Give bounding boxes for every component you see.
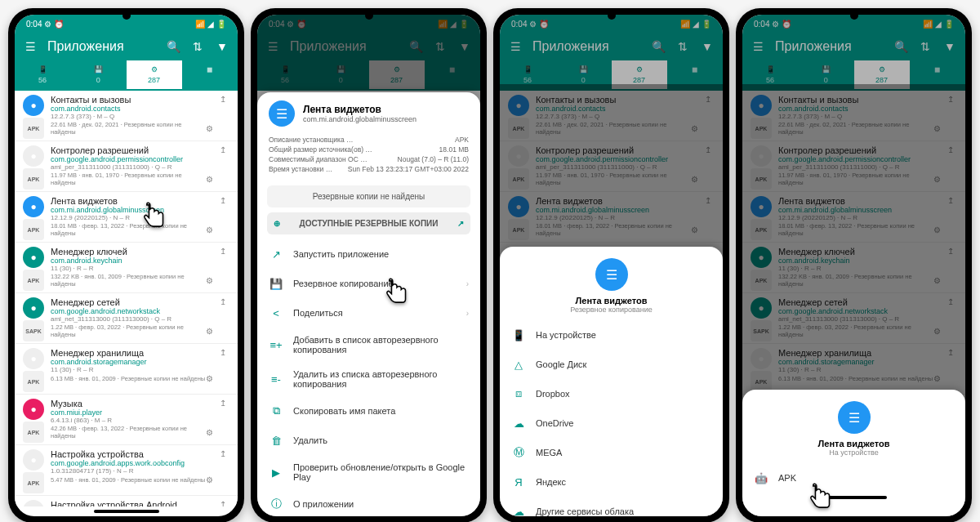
upload-icon[interactable]: ↥ [220,297,229,307]
phone-4: 0:04 ⚙ ⏰📶 ◢ 🔋 ☰ Приложения 🔍⇅▼ 📱56 💾0 ⚙2… [736,8,972,522]
app-version: 12.2.7.3 (373) · M – Q [51,113,213,120]
item-icon: ↗ [269,247,283,261]
appbar-title: Приложения [47,39,156,54]
app-version: aml_per_311311000 (311311000) · Q – R [51,163,213,171]
menu-icon[interactable]: ☰ [23,39,38,54]
gear-icon[interactable]: ⚙ [206,225,213,234]
sheet-menu-item[interactable]: ☁ OneDrive [500,408,723,438]
app-row[interactable]: ● APK Музыка com.miui.player 6.4.13.i (8… [15,395,238,445]
sheet-menu-item[interactable]: ≡- Удалить из списка авторезервного копи… [257,362,480,396]
sheet-menu-item[interactable]: ⧉ Скопировать имя пакета [257,396,480,426]
app-list[interactable]: ● APK Контакты и вызовы com.android.cont… [15,91,238,506]
gear-icon[interactable]: ⚙ [206,327,213,336]
sheet-menu-item[interactable]: 🤖 APK [742,463,965,493]
upload-icon[interactable]: ↥ [220,399,229,408]
gear-icon: ⚙ [149,65,159,75]
sheet-menu-item[interactable]: Я Яндекс [500,467,723,497]
info-key: Описание установщика … [269,136,354,144]
destination-menu: 📱 На устройстве △ Google Диск ⧈ Dropbox … [500,320,723,516]
upload-icon[interactable]: ↥ [220,348,229,358]
item-icon: ⧈ [511,386,526,401]
sheet-menu-item[interactable]: 🗑 Удалить [257,426,480,455]
item-label: OneDrive [536,418,711,428]
tab-device[interactable]: 📱56 [15,60,70,91]
navbar[interactable] [94,510,159,513]
search-icon[interactable]: 🔍 [166,39,180,54]
item-label: Резервное копирование [293,279,457,288]
sheet-pkg: com.mi.android.globalminusscreen [303,115,416,123]
tab-stop[interactable]: ◼ [182,60,238,91]
gear-icon[interactable]: ⚙ [206,374,213,383]
backup-dest-sheet: ☰ Лента виджетов Резервное копирование 📱… [500,247,723,516]
sheet-menu-item[interactable]: ≡+ Добавить в список авторезервного копи… [257,328,480,362]
sheet-menu-item[interactable]: < Поделиться › [257,298,480,328]
item-label: Запустить приложение [293,249,469,259]
sheet-menu-item[interactable]: ▶ Проверить обновление/открыть в Google … [257,455,480,489]
chevron-right-icon: › [466,309,469,318]
app-row[interactable]: ● APK Контролер разрешений com.google.an… [15,141,238,192]
device-icon: 📱 [38,65,47,75]
upload-icon[interactable]: ↥ [220,247,229,257]
sheet-menu-item[interactable]: Ⓜ MEGA [500,438,723,467]
gear-icon[interactable]: ⚙ [206,276,213,285]
sheet-menu-item[interactable]: △ Google Диск [500,350,723,379]
app-icon: ☰ [838,401,871,434]
appbar: 0:04 ⚙ ⏰📶 ◢ 🔋 ☰ Приложения 🔍⇅▼ 📱56 💾0 ⚙2… [500,15,723,91]
app-row[interactable]: ● SAPK Менеджер сетей com.google.android… [15,293,238,344]
gear-icon[interactable]: ⚙ [206,175,213,184]
menu-icon[interactable]: ☰ [508,39,523,54]
item-icon: 🗑 [269,433,283,448]
info-key: Общий размер источника(ов) … [269,145,372,154]
app-package: com.mi.android.globalminusscreen [51,206,213,214]
app-icon: ● [23,348,44,369]
apk-badge: APK [23,270,44,291]
tab-sd[interactable]: 💾0 [70,60,126,91]
gear-icon[interactable]: ⚙ [206,428,213,437]
upload-icon[interactable]: ↥ [220,196,229,206]
filter-icon[interactable]: ▼ [215,39,229,54]
sheet-menu-item[interactable]: ⓘ О приложении [257,489,480,516]
device-format-sheet: ☰ Лента виджетов На устройстве 🤖 APK [742,390,965,516]
available-backups-section[interactable]: ⊕ ДОСТУПНЫЕ РЕЗЕРВНЫЕ КОПИИ ↗ [267,212,470,234]
item-icon: Я [511,475,526,489]
sheet-subtitle: На устройстве [751,448,957,457]
menu-icon[interactable]: ☰ [751,39,765,54]
sort-icon[interactable]: ⇅ [190,39,205,54]
app-name: Настройка устройства [51,449,213,459]
item-label: Удалить из списка авторезервного копиров… [293,369,469,389]
upload-icon[interactable]: ↥ [220,95,229,105]
gear-icon[interactable]: ⚙ [206,475,213,484]
app-name: Менеджер сетей [51,297,213,307]
app-name: Менеджер ключей [51,247,213,257]
app-row[interactable]: ● APK Менеджер ключей com.android.keycha… [15,243,238,293]
sheet-menu-item[interactable]: ⧈ Dropbox [500,379,723,408]
app-icon: ● [23,399,44,420]
apk-badge: APK [23,422,44,443]
upload-icon[interactable]: ↥ [220,449,229,459]
app-icon: ● [23,247,44,268]
app-version: 1.0.312804717 (175) · N – R [51,467,213,475]
gear-icon[interactable]: ⚙ [206,124,213,133]
phone-3: 0:04 ⚙ ⏰📶 ◢ 🔋 ☰ Приложения 🔍⇅▼ 📱56 💾0 ⚙2… [493,8,729,522]
upload-icon[interactable]: ↥ [220,500,229,506]
app-row[interactable]: ● APK Настройка устройства Android com.g… [15,496,238,506]
status-time: 0:04 [26,20,42,29]
app-meta: 5.47 MB · янв. 01, 2009 · Резервные копи… [51,476,205,484]
app-row[interactable]: ● APK Настройка устройства com.google.an… [15,445,238,496]
app-row[interactable]: ● APK Менеджер хранилища com.android.sto… [15,344,238,395]
navbar[interactable] [822,496,887,499]
sheet-menu-item[interactable]: 💾 Резервное копирование › [257,269,480,298]
info-val: Nougat (7.0) – R (11.0) [398,155,469,163]
upload-icon[interactable]: ↥ [220,145,229,155]
app-row[interactable]: ● APK Лента виджетов com.mi.android.glob… [15,192,238,243]
sheet-menu-item[interactable]: ↗ Запустить приложение [257,239,480,269]
sheet-title: Лента виджетов [303,104,416,115]
info-key: Совместимый диапазон ОС … [269,155,368,163]
app-icon: ● [23,145,44,167]
apk-badge: APK [23,168,44,190]
app-row[interactable]: ● APK Контакты и вызовы com.android.cont… [15,91,238,141]
sheet-menu-item[interactable]: ☁ Другие сервисы облака [500,497,723,516]
sheet-menu-item[interactable]: 📱 На устройстве [500,320,723,350]
tab-system[interactable]: ⚙287 [127,60,182,91]
app-version: 6.4.13.i (863) · M – R [51,417,213,424]
